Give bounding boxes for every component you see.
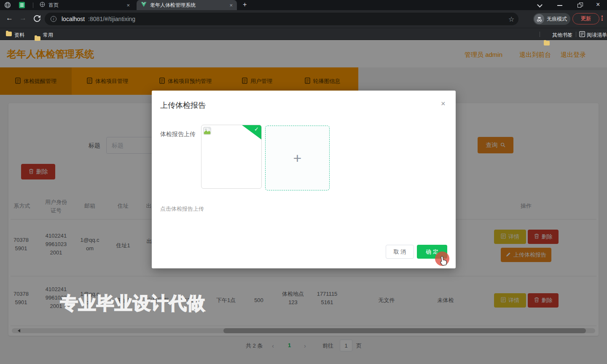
bookmarks-bar: 资料 常用 其他书签 阅读清单 (0, 28, 607, 40)
bookmark-ziliao[interactable]: 资料 (14, 32, 24, 39)
check-icon: ✓ (254, 126, 259, 132)
tab-close-icon[interactable]: × (126, 2, 130, 8)
globe-icon (40, 2, 45, 8)
upload-field-label: 体检报告上传 (160, 131, 196, 138)
divider (576, 32, 576, 37)
divider (33, 3, 33, 8)
watermark: 专业毕业设计代做 (60, 292, 205, 315)
browser-tab-home[interactable]: 首页 × (35, 0, 134, 10)
globe-icon[interactable] (4, 2, 11, 10)
forward-icon[interactable]: → (19, 14, 27, 22)
restore-window-icon[interactable] (577, 4, 581, 8)
chevron-down-icon[interactable] (537, 2, 543, 8)
back-icon[interactable]: ← (6, 14, 13, 22)
dialog-title: 上传体检报告 (160, 100, 206, 110)
broken-image-icon (203, 127, 211, 136)
cancel-button[interactable]: 取 消 (386, 245, 414, 259)
sheets-icon[interactable] (19, 2, 25, 10)
new-tab-button[interactable]: + (243, 1, 247, 8)
tab-close-icon[interactable]: × (229, 2, 233, 8)
other-bookmarks[interactable]: 其他书签 (552, 32, 572, 39)
hand-cursor-icon (438, 254, 449, 268)
kebab-menu-icon[interactable] (602, 16, 603, 21)
reading-list-icon (579, 31, 585, 39)
upload-dropzone[interactable]: + (265, 126, 330, 190)
incognito-label: 无痕模式 (547, 16, 567, 23)
upload-report-dialog: 上传体检报告 × 体检报告上传 ✓ + 点击体检报告上传 取 消 确 定 (152, 91, 456, 268)
url-host: localhost (62, 16, 85, 22)
vue-icon (141, 2, 147, 8)
close-icon[interactable]: × (441, 99, 446, 108)
upload-hint: 点击体检报告上传 (160, 205, 204, 213)
screen: 老年人体检管理系统 管理员 admin 退出到前台 退出登录 体检提醒管理 体检… (0, 0, 607, 364)
bookmark-star-icon[interactable]: ☆ (508, 15, 514, 23)
incognito-icon (534, 14, 544, 24)
plus-icon: + (293, 150, 302, 166)
window-close-icon[interactable]: × (596, 1, 600, 8)
url-path: :8081/#/tijiantixing (88, 16, 135, 22)
folder-icon (544, 41, 550, 46)
minimize-icon[interactable] (557, 5, 562, 6)
bookmark-changyong[interactable]: 常用 (43, 32, 53, 39)
folder-icon (35, 36, 40, 41)
folder-icon (6, 32, 12, 36)
url-bar[interactable]: i localhost :8081/#/tijiantixing ☆ (45, 13, 518, 25)
uploaded-file-card[interactable]: ✓ (201, 125, 262, 189)
browser-tab-active[interactable]: 老年人体检管理系统 × (137, 0, 237, 10)
update-button[interactable]: 更新 (572, 13, 599, 24)
browser-tab-strip: 首页 × 老年人体检管理系统 × + × (0, 0, 607, 10)
site-info-icon[interactable]: i (51, 16, 56, 22)
incognito-badge: 无痕模式 (533, 13, 570, 25)
reload-icon[interactable] (34, 15, 40, 24)
reading-list[interactable]: 阅读清单 (587, 32, 607, 39)
divider (540, 32, 540, 37)
